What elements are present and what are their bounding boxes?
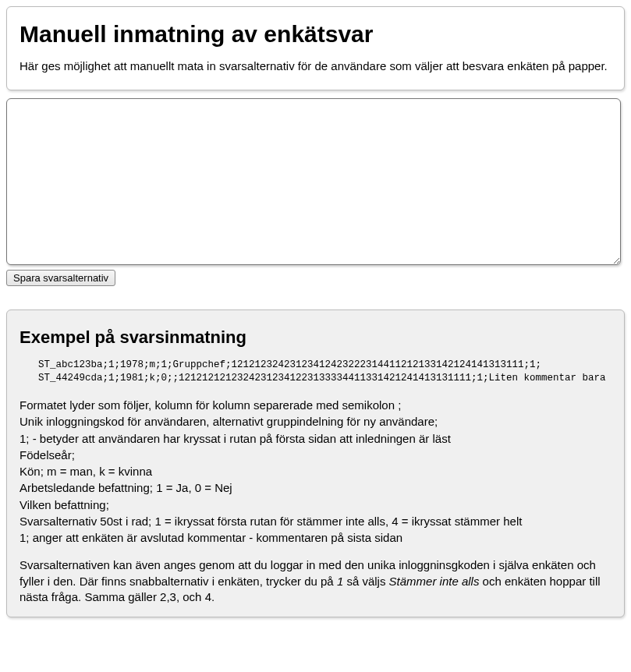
page-title: Manuell inmatning av enkätsvar [19,21,612,48]
answers-textarea[interactable] [6,98,621,265]
code-line: ST_abc123ba;1;1978;m;1;Gruppchef;1212123… [38,359,541,370]
format-line: Svarsalternativ 50st i rad; 1 = ikryssat… [19,514,612,529]
page-description: Här ges möjlighet att manuellt mata in s… [19,58,612,74]
save-button[interactable]: Spara svarsalternativ [6,270,115,286]
format-line: Kön; m = man, k = kvinna [19,464,612,479]
format-description: Formatet lyder som följer, kolumn för ko… [19,398,612,605]
example-code-block: ST_abc123ba;1;1978;m;1;Gruppchef;1212123… [38,359,612,385]
format-line: 1; anger att enkäten är avslutad komment… [19,530,612,546]
example-title: Exempel på svarsinmatning [19,327,612,348]
format-line: Unik inloggningskod för användaren, alte… [19,414,612,430]
example-panel: Exempel på svarsinmatning ST_abc123ba;1;… [6,309,625,617]
format-intro: Formatet lyder som följer, kolumn för ko… [19,398,612,413]
format-line: Arbetsledande befattning; 1 = Ja, 0 = Ne… [19,480,612,496]
format-line: Födelseår; [19,447,612,463]
footer-note: Svarsalternativen kan även anges genom a… [19,557,612,605]
code-line: ST_44249cda;1;1981;k;0;;1212121212324231… [38,373,606,384]
format-line: Vilken befattning; [19,497,612,513]
header-panel: Manuell inmatning av enkätsvar Här ges m… [6,6,625,90]
format-line: 1; - betyder att användaren har kryssat … [19,431,612,447]
